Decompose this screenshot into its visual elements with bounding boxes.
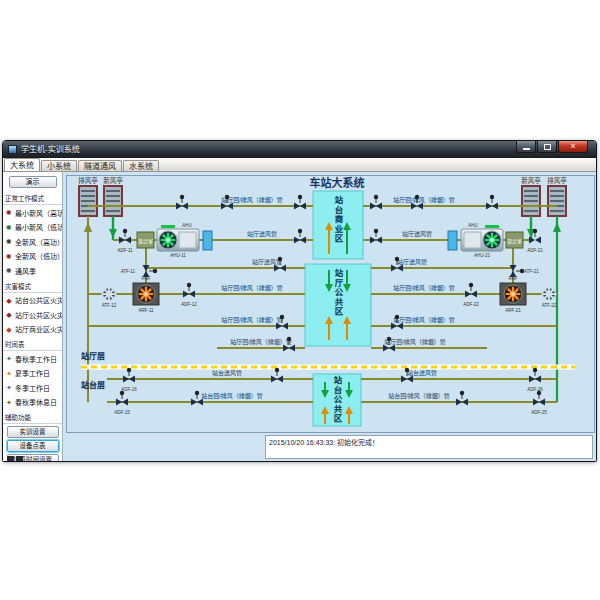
damper-icon[interactable] xyxy=(370,229,382,244)
damper-icon[interactable] xyxy=(294,195,306,210)
damper-label: ADF-25 xyxy=(531,410,547,415)
maximize-button[interactable] xyxy=(537,141,557,153)
damper-icon[interactable] xyxy=(486,195,498,210)
diagram-title: 车站大系统 xyxy=(310,176,365,189)
tab-tunnel-ventilation[interactable]: 隧道通风 xyxy=(78,160,122,171)
up-arrow-icon xyxy=(553,222,561,232)
tower-label-exhaust-left: 排风亭 xyxy=(78,176,98,185)
tab-water-system[interactable]: 水系统 xyxy=(123,160,159,171)
calendar-icon: ✦ xyxy=(5,399,13,406)
hvac-diagram: 车站大系统 排风亭 新风亭 新风亭 排风亭 xyxy=(67,176,594,432)
close-icon: × xyxy=(559,141,587,152)
mode-item-full-fresh-high[interactable]: ✺全新风（高功） xyxy=(3,234,62,249)
duct-label: 站厅回/排风（排烟）管 xyxy=(393,284,455,292)
raf-label: ARF-21 xyxy=(505,308,521,313)
schedule-item-spring-autumn-restday[interactable]: ✦春秋季休息日 xyxy=(3,395,62,410)
fan-label: ATF-12 xyxy=(102,303,117,308)
window-controls: × xyxy=(515,141,588,153)
mode-item-min-fresh-high[interactable]: ✺最小新风（高功） xyxy=(3,205,62,220)
damper-icon[interactable] xyxy=(533,391,545,406)
tower-label-fresh-right: 新风亭 xyxy=(521,176,541,185)
minimize-button[interactable] xyxy=(516,141,536,153)
mode-item-min-fresh-low[interactable]: ✺最小新风（低功） xyxy=(3,220,62,235)
ahu-label: AHU-21 xyxy=(474,253,491,258)
training-settings-button[interactable]: 实训设置 xyxy=(7,426,59,438)
silencer-left xyxy=(203,231,212,250)
damper-icon[interactable] xyxy=(116,391,128,406)
zone-label-commercial: 站台商业区 xyxy=(333,195,343,243)
clipped-sidebar-item-icon xyxy=(7,456,23,461)
mode-item-full-fresh-low[interactable]: ✺全新风（低功） xyxy=(3,249,62,264)
damper-icon[interactable] xyxy=(183,283,195,298)
calendar-icon: ✦ xyxy=(5,370,13,377)
event-log-panel[interactable]: 2015/10/20 16:43:33: 初始化完成！ xyxy=(265,435,593,459)
maximize-icon xyxy=(544,144,551,150)
disaster-item-hall-fire[interactable]: ◆站厅公共区火灾 xyxy=(3,307,62,322)
log-line: 2015/10/20 16:43:33: 初始化完成！ xyxy=(269,439,379,446)
damper-label: ADF-15 xyxy=(114,410,130,415)
minimize-icon xyxy=(523,148,530,150)
mode-item-ventilation-season[interactable]: ✺通风季 xyxy=(3,263,62,278)
schedule-item-spring-autumn-workday[interactable]: ✦春秋季工作日 xyxy=(3,351,62,366)
fan-mode-icon: ✺ xyxy=(5,238,13,245)
level-label-platform: 站台层 xyxy=(81,380,105,390)
app-window: 学生机-实训系统 × 大系统 小系统 隧道通风 水系统 演示 正常工作模式 ✺最… xyxy=(2,140,597,462)
duct-label: 站台回/排风（排烟）管 xyxy=(388,392,450,400)
close-button[interactable]: × xyxy=(558,141,588,153)
axial-fan-left-edge[interactable]: ATF-12 xyxy=(102,288,117,309)
axial-fan-icon xyxy=(543,288,556,301)
louver-tower-icon xyxy=(548,186,566,216)
fire-icon: ◆ xyxy=(5,297,13,304)
damper-label: ATF-21 xyxy=(524,269,539,274)
up-arrow-icon xyxy=(84,222,92,232)
damper-icon[interactable] xyxy=(294,229,306,244)
device-point-table-button[interactable]: 设备点表 xyxy=(7,440,59,452)
damper-label: ATF-11 xyxy=(121,269,136,274)
louver-tower-icon xyxy=(79,186,97,216)
duct-label: 站台送风管 xyxy=(212,369,242,377)
schedule-item-winter-workday[interactable]: ✦冬季工作日 xyxy=(3,380,62,395)
damper-icon[interactable] xyxy=(529,368,541,383)
damper-label: ADF-11 xyxy=(117,248,133,253)
tab-big-system[interactable]: 大系统 xyxy=(4,158,40,171)
ahu-tag: AHU xyxy=(182,223,192,228)
damper-icon[interactable] xyxy=(465,283,477,298)
damper-icon[interactable] xyxy=(271,368,283,383)
demo-button[interactable]: 演示 xyxy=(9,176,57,188)
damper-icon[interactable] xyxy=(123,368,135,383)
disaster-item-commercial-fire[interactable]: ◆站厅商业区火灾 xyxy=(3,322,62,337)
damper-label: ADF-16 xyxy=(121,387,137,392)
calendar-icon: ✦ xyxy=(5,355,13,362)
ahu-fan-right[interactable]: AHU AHU-21 xyxy=(461,223,503,258)
damper-icon[interactable] xyxy=(176,195,188,210)
app-icon xyxy=(8,145,17,154)
fan-label: ATF-22 xyxy=(542,303,557,308)
damper-icon[interactable] xyxy=(119,229,131,244)
schedule-item-summer-workday[interactable]: ✦夏季工作日 xyxy=(3,366,62,381)
damper-label: ADF-21 xyxy=(527,248,543,253)
run-status-led xyxy=(485,225,499,228)
damper-label: ADF-12 xyxy=(181,302,197,307)
fan-mode-icon: ✺ xyxy=(5,253,13,260)
section-normal-mode: 正常工作模式 xyxy=(3,190,62,205)
damper-icon[interactable] xyxy=(370,195,382,210)
ahu-fan-left[interactable]: AHU AHU-11 xyxy=(157,223,199,258)
fan-mode-icon: ✺ xyxy=(5,209,13,216)
tab-small-system[interactable]: 小系统 xyxy=(41,160,77,171)
fan-mode-icon: ✺ xyxy=(5,267,13,274)
damper-icon[interactable] xyxy=(456,391,468,406)
ahu-label: AHU-11 xyxy=(170,253,186,258)
duct-label: 站台回/排风（排烟）管 xyxy=(201,392,263,400)
duct-label: 站厅回/排风（排烟）管 xyxy=(384,338,446,346)
window-title: 学生机-实训系统 xyxy=(21,141,80,158)
mixing-box-label: 混合室 xyxy=(138,238,153,245)
axial-fan-right-edge[interactable]: ATF-22 xyxy=(542,288,557,309)
section-auxiliary: 辅助功能 xyxy=(3,409,62,424)
duct-label: 站厅回/排风（排烟）管 xyxy=(230,338,292,346)
duct-label: 站厅回/排风（排烟）管 xyxy=(221,284,283,292)
run-status-led xyxy=(161,225,175,228)
diagram-panel: 车站大系统 排风亭 新风亭 新风亭 排风亭 xyxy=(66,175,595,433)
disaster-item-platform-fire[interactable]: ◆站台公共区火灾 xyxy=(3,293,62,308)
calendar-icon: ✦ xyxy=(5,384,13,391)
level-label-hall: 站厅层 xyxy=(81,351,105,361)
